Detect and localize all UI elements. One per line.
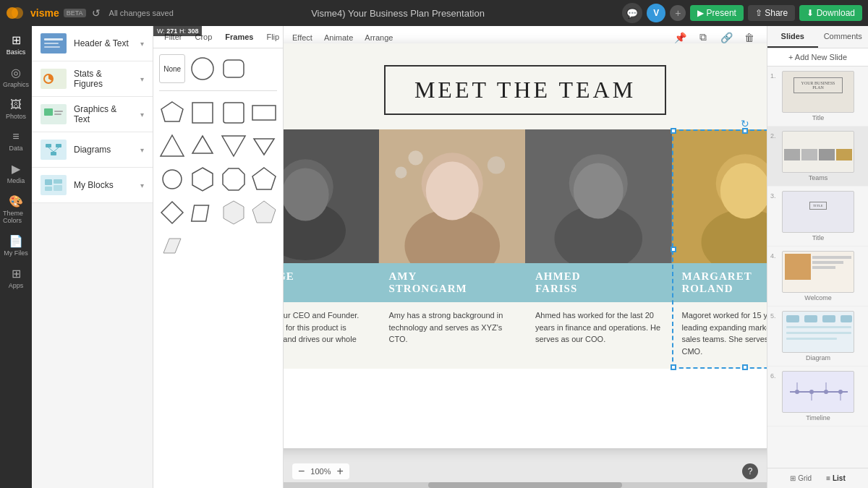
help-button[interactable]: ?	[742, 463, 758, 479]
svg-rect-11	[51, 152, 56, 155]
stats-thumb	[41, 69, 67, 89]
frame-wide-rect[interactable]	[251, 98, 277, 127]
download-button[interactable]: ⬇ Download	[799, 5, 862, 21]
sidebar-item-my-blocks[interactable]: My Blocks ▾	[32, 168, 153, 203]
frame-pentagon[interactable]	[159, 98, 185, 127]
sidebar-label-my-blocks: My Blocks	[74, 180, 133, 190]
team-grid: GEORGELOPEZ George is our CEO and Founde…	[284, 129, 767, 369]
slide-entry-5[interactable]: 5. Diagram	[767, 307, 868, 367]
canvas-title-text: MEET THE TEAM	[414, 77, 636, 103]
slide-entry-4[interactable]: 4. Welcome	[767, 247, 868, 307]
frame-down-triangle-2[interactable]	[251, 132, 277, 160]
frame-diamond[interactable]	[159, 198, 185, 227]
slides-list: 1. YOUR BUSINESS PLAN Title 2.	[767, 67, 868, 468]
slide-entry-6[interactable]: 6.	[767, 367, 868, 427]
chat-icon-button[interactable]: 💬	[622, 3, 642, 23]
team-name-box-4: MARGARETROLAND	[672, 263, 767, 302]
tab-slides[interactable]: Slides	[767, 26, 818, 48]
frame-rounded-square[interactable]	[221, 98, 247, 127]
slide-label-2: Teams	[782, 174, 854, 181]
frames-grid: None	[153, 48, 283, 266]
svg-point-51	[574, 163, 624, 218]
main-canvas[interactable]: MEET THE TEAM	[284, 43, 767, 448]
sidebar-item-header-text[interactable]: Header & Text ▾	[32, 26, 153, 61]
frame-hexagon-2[interactable]	[221, 198, 247, 227]
nav-my-files[interactable]: 📄 My Files	[1, 230, 30, 261]
frame-parallelogram[interactable]	[190, 198, 216, 227]
add-new-slide-button[interactable]: + Add New Slide	[767, 48, 868, 67]
slide-thumb-6	[782, 371, 854, 413]
team-name-4: MARGARETROLAND	[682, 270, 767, 295]
svg-marker-25	[192, 136, 213, 153]
frame-down-triangle[interactable]	[221, 132, 247, 160]
frame-pentagon-filled[interactable]	[251, 198, 277, 227]
beta-badge: BETA	[64, 9, 86, 17]
svg-marker-35	[252, 201, 276, 223]
frame-rounded-rect[interactable]	[221, 54, 247, 83]
effect-button[interactable]: Effect	[292, 32, 312, 43]
share-button[interactable]: ⇧ Share	[748, 5, 795, 21]
add-collaborator-button[interactable]: +	[670, 5, 686, 21]
frame-circle[interactable]	[190, 54, 216, 83]
svg-rect-56	[786, 315, 799, 322]
sidebar-item-diagrams[interactable]: Diagrams ▾	[32, 132, 153, 168]
zoom-plus-button[interactable]: +	[336, 465, 343, 478]
svg-rect-19	[224, 60, 244, 77]
nav-basics[interactable]: ⊞ Basics	[1, 29, 30, 60]
frame-triangle-2[interactable]	[190, 132, 216, 160]
frame-parallelogram-filled[interactable]	[159, 231, 185, 260]
svg-rect-17	[54, 185, 62, 191]
svg-rect-23	[252, 106, 276, 120]
zoom-minus-button[interactable]: −	[298, 465, 305, 478]
team-member-4[interactable]: MARGARETROLAND Magoret worked for 15 yea…	[672, 129, 767, 369]
nav-data-label: Data	[9, 145, 22, 152]
canvas-scrollbar[interactable]	[284, 482, 767, 488]
team-member-1[interactable]: GEORGELOPEZ George is our CEO and Founde…	[284, 129, 379, 369]
graphics-icon: ◎	[11, 66, 21, 80]
slide-label-4: Welcome	[782, 294, 854, 301]
slide-entry-3[interactable]: 3. TITLE Title	[767, 187, 868, 247]
undo-icon[interactable]: ↺	[92, 7, 101, 19]
team-member-3[interactable]: AHMEDFARISS Ahmed has worked for the las…	[525, 129, 672, 369]
topbar-right-actions: 💬 V + ▶ Present ⇧ Share ⬇ Download	[622, 3, 862, 23]
nav-theme-colors[interactable]: 🎨 Theme Colors	[1, 190, 30, 228]
frame-circle-2[interactable]	[159, 165, 185, 194]
nav-data[interactable]: ≡ Data	[1, 126, 30, 156]
nav-graphics[interactable]: ◎ Graphics	[1, 61, 30, 93]
frames-button[interactable]: Frames	[220, 30, 258, 43]
frame-hexagon[interactable]	[190, 165, 216, 194]
svg-point-47	[487, 156, 504, 174]
slide-entry-2[interactable]: 2. Teams	[767, 127, 868, 187]
frame-none[interactable]: None	[159, 54, 185, 83]
sidebar-item-stats[interactable]: Stats & Figures ▾	[32, 61, 153, 97]
sidebar-panel: Header & Text ▾ Stats & Figures ▾ Graphi…	[32, 26, 153, 488]
list-view-button[interactable]: ≡ List	[822, 473, 850, 484]
zoom-value: 100%	[310, 467, 331, 476]
sidebar-item-graphics-text[interactable]: Graphics & Text ▾	[32, 97, 153, 132]
arrange-button[interactable]: Arrange	[365, 32, 393, 43]
grid-view-button[interactable]: ⊞ Grid	[786, 473, 816, 484]
animate-button[interactable]: Animate	[324, 32, 353, 43]
team-member-2[interactable]: AMYSTRONGARM Amy has a strong background…	[379, 129, 526, 369]
svg-line-12	[48, 147, 54, 152]
slides-panel: Slides Comments + Add New Slide 1. YOUR …	[767, 26, 868, 488]
chevron-down-icon-5: ▾	[140, 181, 144, 189]
svg-point-45	[395, 166, 407, 178]
list-icon: ≡	[826, 474, 830, 482]
slide-entry-1[interactable]: 1. YOUR BUSINESS PLAN Title	[767, 67, 868, 127]
nav-photos[interactable]: 🖼 Photos	[1, 94, 30, 124]
title-box[interactable]: MEET THE TEAM	[384, 65, 666, 115]
present-button[interactable]: ▶ Present	[690, 5, 744, 21]
flip-button[interactable]: Flip	[261, 30, 284, 43]
frame-pentagon-2[interactable]	[251, 165, 277, 194]
svg-rect-15	[45, 187, 52, 191]
frame-octagon[interactable]	[221, 165, 247, 194]
nav-apps[interactable]: ⊞ Apps	[1, 262, 30, 294]
tab-comments[interactable]: Comments	[818, 26, 869, 48]
nav-media[interactable]: ▶ Media	[1, 158, 30, 189]
grid-icon: ⊞	[790, 474, 796, 482]
frame-square[interactable]	[190, 98, 216, 127]
frame-triangle[interactable]	[159, 132, 185, 160]
topbar: visme BETA ↺ All changes saved Visme4) Y…	[0, 0, 868, 26]
user-avatar[interactable]: V	[647, 4, 665, 22]
